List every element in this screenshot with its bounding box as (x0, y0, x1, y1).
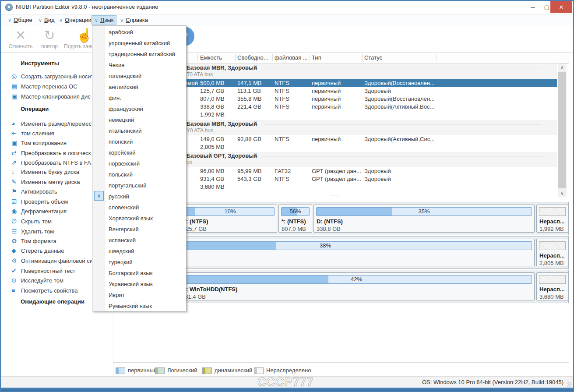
menu-item-portuguese[interactable]: португальский (92, 180, 186, 191)
sidebar-item-explore-volume[interactable]: ⊙Исследуйте том (11, 276, 63, 285)
undo-button[interactable]: ✕ Отменить (7, 27, 34, 51)
sidebar-item-change-label[interactable]: ✎Изменить метку диска (11, 177, 80, 186)
watermark: CCCP777 (257, 375, 314, 389)
checkmark-icon (94, 191, 104, 201)
sidebar-item-clone-disk[interactable]: ▣Мастер клонирования дис (11, 92, 91, 101)
menu-item-hungarian[interactable]: Венгерский (92, 224, 186, 235)
menu-item-arabic[interactable]: арабский (92, 27, 186, 38)
sidebar-item-view-properties[interactable]: ≡Посмотреть свойства (11, 286, 77, 295)
scroll-down-icon[interactable] (558, 190, 567, 197)
sidebar-item-set-active[interactable]: ⚑Активировать (11, 187, 57, 196)
unallocated-block[interactable]: Нерасп... 3,680 MB (536, 272, 568, 300)
menu-item-italian[interactable]: итальянский (92, 125, 186, 136)
sidebar-item-hide-volume[interactable]: ∅Скрыть том (11, 217, 52, 226)
gear-icon: ⚙ (11, 256, 21, 265)
sidebar-item-bootable-media[interactable]: ◎Создать загрузочный носит (11, 72, 94, 81)
sidebar-item-format-volume[interactable]: ♻Том формата (11, 237, 56, 245)
pencil-icon: ✎ (11, 177, 21, 186)
defrag-icon: ◉ (11, 207, 21, 215)
menu-language[interactable]: Язык (92, 15, 116, 25)
menu-item-spanish[interactable]: испанский (92, 235, 186, 246)
drive-letter-icon: ↕ (11, 167, 21, 176)
menu-item-slovenian[interactable]: словенский (92, 202, 186, 213)
menu-help[interactable]: Справка (117, 15, 151, 25)
column-type[interactable]: Тип (312, 54, 321, 61)
menu-item-polish[interactable]: польский (92, 169, 186, 180)
sidebar-item-defrag[interactable]: ◉Дефрагментация (11, 207, 67, 215)
vertical-scrollbar[interactable] (558, 64, 567, 197)
sidebar-item-wipe-data[interactable]: ◆Стереть данные (11, 246, 64, 255)
sidebar-item-copy[interactable]: ▣Том копирования (11, 138, 67, 147)
menu-item-ukrainian[interactable]: Украинский язык (92, 279, 186, 290)
partition-block[interactable]: 42% : WinToHDD(NTFS) 931,4 GB (178, 272, 535, 300)
status-bar: CCCP777 OS: Windows 10 Pro 64-bit (Versi… (1, 376, 573, 388)
chevron-down-icon (120, 18, 123, 23)
redo-button[interactable]: ↻ повтор (38, 27, 61, 51)
menu-item-bulgarian[interactable]: Болгарский язык (92, 268, 186, 279)
sidebar-item-convert-logical[interactable]: ⇄Преобразовать в логическ (11, 148, 91, 157)
sidebar-item-check-volume[interactable]: ☑Проверить объем (11, 197, 68, 206)
sidebar-section-tools: Инструменты (21, 60, 59, 67)
usage-bar: 42% (181, 275, 532, 284)
merge-icon: ⇤ (11, 129, 21, 138)
menu-item-french[interactable]: французский (92, 103, 186, 114)
sidebar-item-merge[interactable]: ⇤том слияния (11, 129, 54, 138)
partition-block[interactable]: 56% *: (NTFS) 807,0 MB (278, 205, 312, 233)
menu-item-german[interactable]: немецкий (92, 114, 186, 125)
unallocated-block[interactable]: Нерасп... 1,992 MB (536, 205, 568, 233)
eraser-icon: ◆ (11, 246, 21, 255)
minimize-button[interactable] (525, 1, 540, 13)
scrollbar-thumb[interactable] (558, 72, 566, 188)
column-filesystem[interactable]: файловая ... (275, 54, 308, 61)
clone-icon: ▣ (11, 92, 21, 101)
menu-item-english[interactable]: английский (92, 81, 186, 92)
menu-general[interactable]: Общие (5, 15, 35, 25)
scroll-up-icon[interactable] (558, 64, 567, 71)
menu-view[interactable]: Вид (36, 15, 57, 25)
menu-item-dutch[interactable]: голландский (92, 71, 186, 81)
app-window: NIUBI Partition Editor v9.8.0 - неограни… (0, 0, 574, 392)
menu-item-swedish[interactable]: шведский (92, 246, 186, 257)
sidebar-item-fs-optimize[interactable]: ⚙Оптимизация файловой си (11, 256, 93, 265)
legend-dynamic-swatch (202, 367, 212, 374)
menu-item-czech[interactable]: Чехия (92, 60, 186, 71)
menu-item-korean[interactable]: корейский (92, 147, 186, 158)
app-icon (5, 4, 13, 11)
resize-grip[interactable] (567, 382, 572, 387)
menu-item-traditional-chinese[interactable]: традиционный китайский (92, 49, 186, 60)
menu-item-finnish[interactable]: фин. (92, 92, 186, 103)
menu-item-hebrew[interactable]: Иврит (92, 290, 186, 300)
sidebar-item-os-migration[interactable]: ▤Мастер переноса ОС (11, 82, 77, 91)
menu-item-simplified-chinese[interactable]: упрощенный китайский (92, 38, 186, 49)
partition-block[interactable]: 35% D: (NTFS) 338,8 GB (313, 205, 535, 233)
menu-item-croatian[interactable]: Хорватский язык (92, 213, 186, 224)
delete-icon: ☰ (11, 227, 21, 236)
legend-primary-label: первичный (128, 367, 157, 374)
sidebar-item-change-letter[interactable]: ↕Изменить букву диска (11, 167, 79, 176)
menu-item-norwegian[interactable]: норвежский (92, 158, 186, 169)
sidebar-item-resize[interactable]: ◕Изменить размер/перемес (11, 119, 92, 128)
partition-block[interactable]: 10% : (NTFS) 125,7 GB (183, 205, 277, 233)
unallocated-hatch (539, 275, 566, 284)
close-button[interactable] (550, 1, 572, 13)
hide-icon: ∅ (11, 217, 21, 226)
menu-item-romanian[interactable]: Румынский язык (92, 300, 186, 311)
usage-bar: 35% (316, 207, 532, 216)
menu-operations[interactable]: Операции (56, 15, 94, 25)
menu-item-russian[interactable]: русский (92, 191, 186, 202)
search-icon: ⊙ (11, 276, 21, 285)
sidebar-item-surface-test[interactable]: ✔Поверхностный тест (11, 266, 75, 275)
window-bottom-border (0, 388, 574, 392)
menu-item-japanese[interactable]: японский (92, 136, 186, 147)
sidebar-section-pending: Ожидающие операции (21, 298, 85, 305)
column-capacity[interactable]: Емкость (200, 54, 222, 61)
sidebar-section-operations: Операции (21, 106, 49, 112)
column-status[interactable]: Статус (364, 54, 382, 61)
toolbar: ✕ Отменить ↻ повтор ☝ Подать заявку (1, 26, 573, 53)
menu-item-turkish[interactable]: турецкий (92, 257, 186, 268)
column-free[interactable]: Свободно... (237, 54, 268, 61)
unallocated-block[interactable]: Нерасп... 2,805 MB (536, 239, 568, 266)
chevron-down-icon (59, 18, 63, 23)
sidebar-item-delete-volume[interactable]: ☰Удалить том (11, 227, 54, 236)
sidebar-item-convert-ntfs[interactable]: ⇗Преобразовать NTFS в FAT (11, 158, 94, 167)
